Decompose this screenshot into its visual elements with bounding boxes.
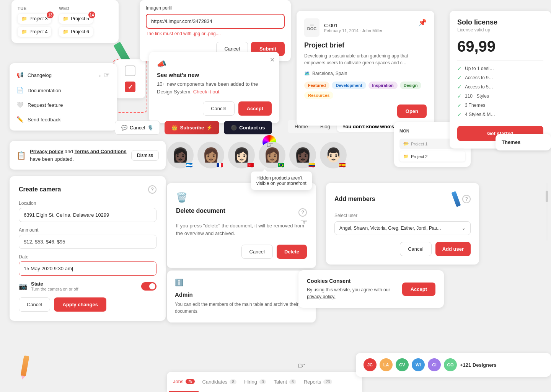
privacy-policy-link[interactable]: Privacy policy bbox=[30, 149, 63, 154]
license-price: 69,99 bbox=[457, 38, 543, 55]
cancel-action-button[interactable]: 💬 Cancel 🎙️ bbox=[115, 121, 160, 135]
state-label: State bbox=[31, 281, 78, 287]
project-3-label: Project 3 bbox=[29, 16, 47, 21]
license-feature-2: ✓ Access to 9… bbox=[457, 75, 543, 81]
documentation-label: Documentation bbox=[28, 88, 61, 93]
location-input[interactable] bbox=[19, 208, 156, 222]
feature-1-label: Up to 1 desi… bbox=[465, 66, 494, 71]
privacy-policy-cookies-link[interactable]: privacy policy. bbox=[307, 294, 335, 299]
open-project-button[interactable]: Open bbox=[397, 105, 427, 118]
project-5[interactable]: 📁 Project 5 14 bbox=[59, 14, 93, 24]
terms-link[interactable]: Terms and Conditions bbox=[74, 149, 126, 154]
date-input[interactable] bbox=[19, 261, 156, 276]
avatar-face-2: 👩🏽 bbox=[202, 148, 220, 162]
designer-avatar-gi: GI bbox=[428, 358, 441, 371]
tab-candidates[interactable]: Candidates 8 bbox=[199, 372, 240, 392]
avatar-face-5: 👩🏿 bbox=[294, 148, 311, 162]
camera-icon: 📷 bbox=[19, 282, 27, 291]
whats-new-desc: 10+ new components have been added to th… bbox=[157, 80, 272, 95]
pin-icon[interactable]: 📌 bbox=[418, 18, 427, 27]
amount-input[interactable] bbox=[19, 235, 156, 249]
whats-new-cancel[interactable]: Cancel bbox=[203, 101, 234, 116]
project-4-icon: 📁 bbox=[21, 29, 27, 34]
avatar-4[interactable]: 👩🏽 🇧🇷 Hidden products aren'tvisible on y… bbox=[259, 142, 285, 168]
whats-new-actions: Cancel Accept bbox=[157, 101, 272, 116]
avatar-face-3: 👩🏻 bbox=[233, 148, 250, 162]
cookies-accept-button[interactable]: Accept bbox=[402, 283, 435, 296]
camera-toggle[interactable] bbox=[141, 282, 156, 291]
url-input[interactable] bbox=[146, 14, 285, 29]
delete-actions: Cancel Delete bbox=[176, 245, 307, 259]
members-title: Add members bbox=[334, 196, 375, 203]
dismiss-button[interactable]: Dismiss bbox=[131, 150, 159, 161]
delete-cancel-button[interactable]: Cancel bbox=[241, 245, 273, 259]
location-row: 🗺️ Barcelona, Spain bbox=[304, 71, 427, 76]
sidebar-item-send-feedback[interactable]: ✏️ Send feedback bbox=[10, 112, 117, 127]
license-divider bbox=[457, 60, 543, 61]
check-icon-3: ✓ bbox=[457, 84, 462, 90]
reports-count: 23 bbox=[323, 379, 332, 384]
project-card-actions: Open bbox=[304, 105, 427, 118]
license-feature-1: ✓ Up to 1 desi… bbox=[457, 65, 543, 72]
candidates-count: 8 bbox=[230, 379, 236, 384]
tab-reports[interactable]: Reports 23 bbox=[300, 372, 336, 392]
check-it-out-link[interactable]: Check it out bbox=[193, 89, 220, 95]
project-5-icon: 📁 bbox=[63, 16, 68, 21]
help-icon[interactable]: ? bbox=[148, 185, 156, 194]
tab-hiring[interactable]: Hiring 0 bbox=[240, 372, 270, 392]
project-4[interactable]: 📁 Project 4 bbox=[18, 27, 51, 37]
crown-icon: 👑 bbox=[171, 125, 178, 131]
user-select[interactable]: Angel, Shawn, Victoria, Greg, Esther, Jo… bbox=[334, 221, 471, 235]
members-cancel-button[interactable]: Cancel bbox=[400, 242, 431, 256]
apply-changes-button[interactable]: Apply changes bbox=[54, 297, 106, 312]
members-help-icon[interactable]: ? bbox=[462, 195, 471, 203]
hand-cursor-delete: ☞ bbox=[300, 217, 308, 227]
checkbox-checked[interactable]: ✓ bbox=[125, 82, 135, 92]
delete-desc: If you press "delete" the document, it w… bbox=[176, 222, 307, 237]
doc-type-icon: DOC bbox=[304, 18, 320, 37]
flag-1: 🇭🇳 bbox=[185, 162, 193, 168]
checkbox-unchecked[interactable] bbox=[125, 65, 135, 76]
subscribe-button[interactable]: 👑 Subscribe ⚡ bbox=[165, 121, 219, 134]
tag-design[interactable]: Design bbox=[400, 82, 422, 89]
tag-resources[interactable]: Resources bbox=[304, 91, 333, 99]
themes-card: Themes bbox=[496, 134, 551, 150]
jobs-count: 75 bbox=[186, 379, 194, 384]
sidebar-item-changelog[interactable]: 📢 Changelog › ☞ bbox=[10, 67, 117, 83]
tab-jobs[interactable]: Jobs 75 bbox=[169, 372, 199, 392]
tag-inspiration[interactable]: Inspiration bbox=[368, 82, 398, 89]
delete-confirm-button[interactable]: Delete bbox=[277, 245, 307, 259]
delete-help-icon[interactable]: ? ☞ bbox=[298, 208, 307, 217]
whats-new-accept[interactable]: Accept bbox=[238, 101, 272, 116]
tab-talent[interactable]: Talent 6 bbox=[270, 372, 300, 392]
feature-5-label: 3 Themes bbox=[465, 103, 485, 108]
amount-label: Ammount bbox=[19, 227, 156, 233]
megaphone-icon: 📢 bbox=[16, 72, 24, 78]
badge-13: 13 bbox=[47, 11, 54, 18]
state-row: 📷 State Turn the camera on or off bbox=[19, 281, 156, 291]
sidebar-item-request-feature[interactable]: 🤍 Request feature bbox=[10, 98, 117, 112]
scroll-thumb[interactable] bbox=[546, 191, 548, 202]
project-3[interactable]: 📁 Project 3 13 bbox=[18, 14, 51, 24]
mon-label: MON bbox=[399, 129, 409, 133]
project-6[interactable]: 📁 Project 6 bbox=[59, 27, 93, 37]
selected-users: Angel, Shawn, Victoria, Greg, Esther, Jo… bbox=[339, 225, 441, 231]
designer-avatar-jc: JC bbox=[364, 358, 377, 371]
add-user-button[interactable]: Add user bbox=[435, 242, 471, 256]
contact-us-button[interactable]: ⚫ Contact us bbox=[224, 121, 272, 134]
delete-title: Delete document bbox=[176, 207, 225, 214]
flag-2: 🇫🇷 bbox=[216, 162, 223, 168]
flag-4: 🇧🇷 bbox=[277, 162, 285, 168]
talent-tab-label: Talent bbox=[274, 379, 287, 385]
mon-project-2[interactable]: 📁 Project 2 bbox=[399, 151, 465, 162]
tag-development[interactable]: Development bbox=[332, 82, 366, 89]
info-icon: ℹ️ bbox=[175, 278, 183, 287]
project-5-label: Project 5 bbox=[71, 16, 89, 21]
close-button[interactable]: ✕ bbox=[270, 56, 275, 64]
project-6-label: Project 6 bbox=[71, 29, 89, 34]
jobs-tab-label: Jobs bbox=[173, 379, 183, 384]
hand-cursor-avatar: ☞ bbox=[266, 140, 273, 149]
sidebar-item-documentation[interactable]: 📄 Documentation bbox=[10, 83, 117, 98]
cancel-button[interactable]: Cancel bbox=[19, 297, 50, 312]
tag-featured[interactable]: Featured bbox=[304, 82, 329, 89]
